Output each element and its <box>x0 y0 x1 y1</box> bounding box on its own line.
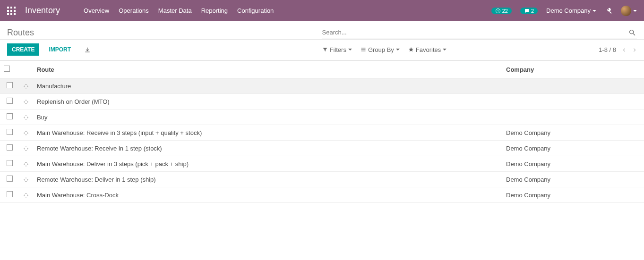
menu-configuration[interactable]: Configuration <box>232 7 278 14</box>
main-menu: Overview Operations Master Data Reportin… <box>79 7 491 14</box>
svg-rect-2 <box>14 7 16 8</box>
table-row[interactable]: Manufacture <box>0 78 644 94</box>
drag-handle-icon[interactable] <box>23 176 29 183</box>
svg-rect-4 <box>10 10 12 12</box>
caret-down-icon <box>348 49 352 50</box>
company-cell: Demo Company <box>506 192 550 199</box>
create-button[interactable]: Create <box>7 43 39 56</box>
menu-operations[interactable]: Operations <box>114 7 154 14</box>
svg-rect-3 <box>7 10 9 12</box>
row-checkbox[interactable] <box>7 129 13 135</box>
pager-value[interactable]: 1-8 / 8 <box>599 46 616 53</box>
table-row[interactable]: Main Warehouse: Receive in 3 steps (inpu… <box>0 125 644 141</box>
filters-label: Filters <box>330 46 346 53</box>
company-switcher[interactable]: Demo Company <box>546 7 596 14</box>
apps-icon[interactable] <box>7 7 16 15</box>
select-all-checkbox[interactable] <box>4 66 10 72</box>
nav-right: 22 2 Demo Company <box>491 6 637 16</box>
breadcrumb: Routes <box>7 26 322 38</box>
menu-overview[interactable]: Overview <box>79 7 114 14</box>
routes-table: Route Company ManufactureReplenish on Or… <box>0 60 644 203</box>
drag-handle-icon[interactable] <box>23 160 29 168</box>
company-cell: Demo Company <box>506 176 550 183</box>
activities-count: 22 <box>502 8 508 14</box>
search-area <box>322 26 637 39</box>
svg-rect-8 <box>14 13 16 15</box>
company-name: Demo Company <box>546 7 591 14</box>
row-checkbox[interactable] <box>7 160 13 166</box>
filters-dropdown[interactable]: Filters <box>322 46 352 53</box>
svg-rect-5 <box>14 10 16 12</box>
drag-handle-icon[interactable] <box>23 192 29 199</box>
table-row[interactable]: Replenish on Order (MTO) <box>0 94 644 109</box>
control-panel-bottom: Create Import Filters Group By Favorites… <box>0 40 644 60</box>
caret-down-icon <box>443 49 447 50</box>
route-cell: Replenish on Order (MTO) <box>37 98 110 105</box>
import-button[interactable]: Import <box>44 43 76 56</box>
row-checkbox[interactable] <box>7 191 13 197</box>
caret-down-icon <box>633 10 637 12</box>
caret-down-icon <box>592 10 596 12</box>
table-row[interactable]: Remote Warehouse: Receive in 1 step (sto… <box>0 141 644 156</box>
route-cell: Buy <box>37 114 47 121</box>
avatar <box>621 6 631 16</box>
pager-prev-icon[interactable] <box>622 45 627 54</box>
groupby-dropdown[interactable]: Group By <box>361 46 400 53</box>
row-checkbox[interactable] <box>7 176 13 182</box>
caret-down-icon <box>396 49 400 50</box>
svg-line-11 <box>633 34 635 35</box>
groupby-label: Group By <box>368 46 394 53</box>
route-cell: Remote Warehouse: Deliver in 1 step (shi… <box>37 176 156 183</box>
company-cell: Demo Company <box>506 145 550 152</box>
column-route[interactable]: Route <box>33 61 502 78</box>
user-menu[interactable] <box>621 6 637 16</box>
svg-rect-6 <box>7 13 9 15</box>
route-cell: Main Warehouse: Deliver in 3 steps (pick… <box>37 160 189 168</box>
route-cell: Manufacture <box>37 83 71 90</box>
column-company[interactable]: Company <box>502 61 644 78</box>
route-cell: Remote Warehouse: Receive in 1 step (sto… <box>37 145 162 152</box>
row-checkbox[interactable] <box>7 82 13 88</box>
route-cell: Main Warehouse: Receive in 3 steps (inpu… <box>37 129 202 136</box>
row-checkbox[interactable] <box>7 144 13 151</box>
drag-handle-icon[interactable] <box>23 114 29 121</box>
drag-handle-icon[interactable] <box>23 129 29 136</box>
search-icon[interactable] <box>627 28 637 36</box>
control-panel-top: Routes <box>0 21 644 40</box>
row-checkbox[interactable] <box>7 113 13 119</box>
route-cell: Main Warehouse: Cross-Dock <box>37 192 119 199</box>
svg-rect-0 <box>7 7 9 8</box>
pager-next-icon[interactable] <box>632 45 637 54</box>
svg-rect-7 <box>10 13 12 15</box>
company-cell: Demo Company <box>506 160 550 168</box>
table-row[interactable]: Main Warehouse: Cross-DockDemo Company <box>0 187 644 203</box>
activities-badge[interactable]: 22 <box>491 8 512 14</box>
company-cell: Demo Company <box>506 129 550 136</box>
drag-handle-icon[interactable] <box>23 83 29 90</box>
download-icon[interactable] <box>84 46 91 53</box>
pager: 1-8 / 8 <box>599 45 637 54</box>
menu-master-data[interactable]: Master Data <box>154 7 197 14</box>
favorites-label: Favorites <box>416 46 441 53</box>
top-nav: Inventory Overview Operations Master Dat… <box>0 0 644 21</box>
table-row[interactable]: Buy <box>0 109 644 125</box>
menu-reporting[interactable]: Reporting <box>197 7 232 14</box>
row-checkbox[interactable] <box>7 98 13 104</box>
messages-count: 2 <box>531 8 534 14</box>
messages-badge[interactable]: 2 <box>520 8 538 14</box>
search-input[interactable] <box>322 26 628 39</box>
svg-point-10 <box>630 30 634 34</box>
table-row[interactable]: Remote Warehouse: Deliver in 1 step (shi… <box>0 172 644 187</box>
table-row[interactable]: Main Warehouse: Deliver in 3 steps (pick… <box>0 156 644 172</box>
svg-rect-1 <box>10 7 12 8</box>
favorites-dropdown[interactable]: Favorites <box>408 46 447 53</box>
drag-handle-icon[interactable] <box>23 98 29 105</box>
drag-handle-icon[interactable] <box>23 145 29 152</box>
brand-title[interactable]: Inventory <box>25 6 60 16</box>
developer-tools-icon[interactable] <box>605 7 612 15</box>
